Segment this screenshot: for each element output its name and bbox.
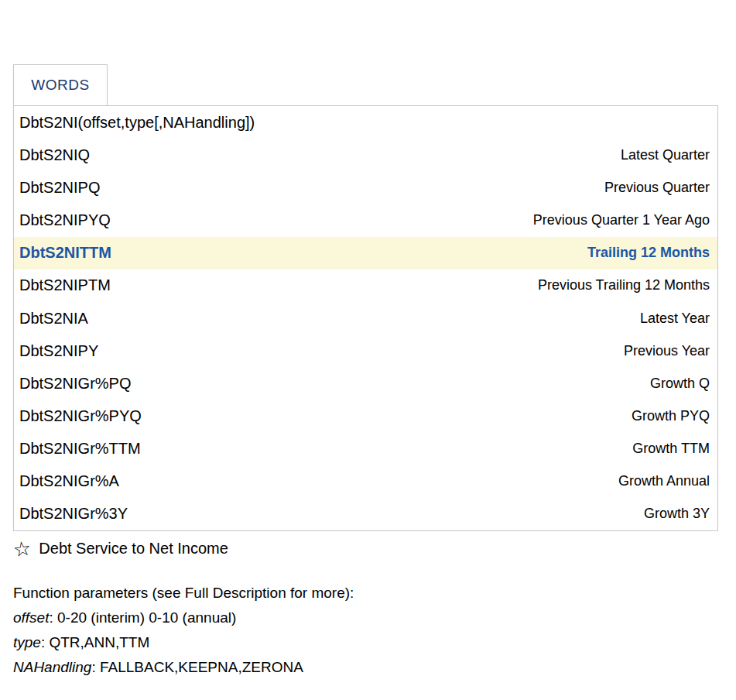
function-name: DbtS2NIPTM	[19, 276, 111, 294]
parameter-line: NAHandling: FALLBACK,KEEPNA,ZERONA	[13, 655, 718, 680]
usage-description: Latest Year	[640, 311, 710, 327]
function-name: DbtS2NIGr%A	[19, 472, 119, 490]
usage-description: Growth TTM	[632, 441, 710, 457]
word-row[interactable]: DbtS2NIQ Latest Quarter	[14, 139, 717, 171]
parameter-values: : 0-20 (interim) 0-10 (annual)	[49, 609, 236, 626]
parameter-term: type	[13, 634, 41, 650]
usage-description: Previous Trailing 12 Months	[538, 277, 710, 293]
favorite-star-icon[interactable]: ☆	[12, 540, 33, 558]
function-parameters: Function parameters (see Full Descriptio…	[13, 581, 718, 680]
usage-description: Previous Quarter	[604, 180, 710, 196]
tab-words-label: WORDS	[31, 77, 89, 94]
usage-description: Growth 3Y	[644, 506, 710, 522]
parameter-values: : QTR,ANN,TTM	[41, 634, 149, 650]
function-name: DbtS2NIQ	[19, 146, 90, 164]
parameter-term: NAHandling	[13, 659, 91, 675]
word-row[interactable]: DbtS2NIGr%A Growth Annual	[14, 465, 717, 498]
function-name: DbtS2NIPYQ	[19, 211, 111, 229]
parameter-term: offset	[13, 609, 49, 626]
usage-description: Previous Quarter 1 Year Ago	[533, 212, 710, 228]
factor-label: Debt Service to Net Income	[39, 540, 228, 558]
word-row[interactable]: DbtS2NIGr%3Y Growth 3Y	[14, 498, 717, 530]
usage-description: Growth Annual	[618, 473, 710, 489]
function-name: DbtS2NIGr%PQ	[19, 375, 131, 393]
word-row[interactable]: DbtS2NIPY Previous Year	[14, 335, 717, 367]
function-signature-row[interactable]: DbtS2NI(offset,type[,NAHandling])	[14, 106, 717, 139]
parameter-values: : FALLBACK,KEEPNA,ZERONA	[91, 659, 303, 675]
usage-description: Growth Q	[650, 376, 710, 392]
usage-description: Trailing 12 Months	[587, 245, 710, 261]
word-row-selected[interactable]: DbtS2NITTM Trailing 12 Months	[14, 237, 717, 269]
function-name: DbtS2NIPY	[19, 342, 98, 360]
function-name: DbtS2NIGr%PYQ	[19, 407, 142, 425]
function-name: DbtS2NIGr%3Y	[19, 505, 128, 523]
function-signature: DbtS2NI(offset,type[,NAHandling])	[19, 114, 255, 132]
word-row[interactable]: DbtS2NIA Latest Year	[14, 302, 717, 335]
usage-description: Latest Quarter	[621, 147, 710, 163]
function-list-panel: DbtS2NI(offset,type[,NAHandling]) DbtS2N…	[13, 105, 718, 531]
word-row[interactable]: DbtS2NIGr%TTM Growth TTM	[14, 433, 717, 465]
usage-description: Growth PYQ	[632, 408, 710, 424]
usage-description: Previous Year	[624, 343, 710, 359]
word-row[interactable]: DbtS2NIGr%PQ Growth Q	[14, 367, 717, 400]
word-row[interactable]: DbtS2NIPYQ Previous Quarter 1 Year Ago	[14, 204, 717, 236]
function-name: DbtS2NITTM	[19, 244, 111, 262]
parameter-line: type: QTR,ANN,TTM	[13, 630, 718, 655]
words-reference: WORDS DbtS2NI(offset,type[,NAHandling]) …	[13, 64, 718, 680]
tab-words[interactable]: WORDS	[13, 64, 108, 105]
word-row[interactable]: DbtS2NIPQ Previous Quarter	[14, 171, 717, 204]
parameter-line: offset: 0-20 (interim) 0-10 (annual)	[13, 606, 718, 630]
function-name: DbtS2NIPQ	[19, 179, 100, 197]
function-name: DbtS2NIGr%TTM	[19, 440, 141, 458]
parameters-heading: Function parameters (see Full Descriptio…	[13, 581, 718, 606]
word-row[interactable]: DbtS2NIGr%PYQ Growth PYQ	[14, 400, 717, 432]
factor-summary: ☆ Debt Service to Net Income	[13, 540, 718, 558]
function-name: DbtS2NIA	[19, 310, 88, 328]
word-row[interactable]: DbtS2NIPTM Previous Trailing 12 Months	[14, 269, 717, 302]
